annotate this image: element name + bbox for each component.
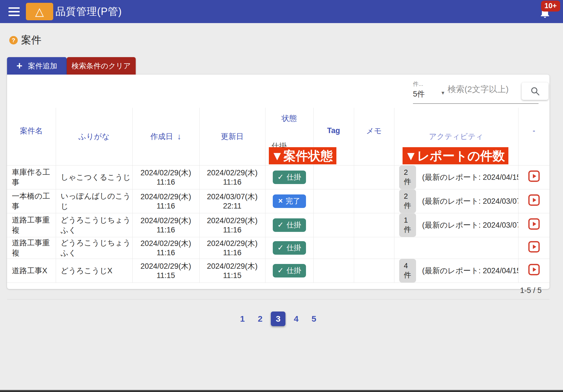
column-header-memo[interactable]: メモ [354, 108, 394, 165]
cell-kana: どうろこうじX [56, 259, 132, 283]
cell-memo [354, 189, 394, 213]
page-button-2[interactable]: 2 [253, 312, 267, 326]
latest-report-note: (最新のレポート: 2024/04/15 ) [422, 266, 519, 276]
activity-content: 2件(最新のレポート: 2024/04/15 ) [394, 165, 518, 189]
per-page-value: 5件 [413, 89, 425, 99]
cell-activity [394, 237, 518, 259]
case-table-card: 件... 5件 ▼ 案件名 ふりがな 作成日 ↓ [7, 75, 549, 289]
add-case-label: 案件追加 [28, 61, 57, 71]
page-button-5[interactable]: 5 [307, 312, 321, 326]
per-page-select[interactable]: 件... 5件 ▼ [413, 80, 425, 99]
clear-search-button[interactable]: 検索条件のクリア [67, 57, 136, 75]
play-icon [528, 194, 540, 206]
table-row: 車庫作る工事しゃこつくるこうじ2024/02/29(木) 11:162024/0… [7, 165, 549, 189]
cell-status: ✓仕掛 [265, 237, 313, 259]
chevron-down-icon: ▼ [441, 90, 445, 96]
check-icon: ✓ [277, 173, 284, 181]
activity-content: 4件(最新のレポート: 2024/04/15 ) [394, 259, 518, 283]
menu-icon[interactable] [0, 0, 18, 23]
latest-report-note: (最新のレポート: 2024/03/07 ) [422, 220, 519, 230]
table-row: 道路工事XどうろこうじX2024/02/29(木) 11:152024/02/2… [7, 259, 549, 283]
column-header-kana[interactable]: ふりがな [56, 108, 132, 165]
search-icon [530, 86, 540, 96]
open-case-button[interactable] [528, 263, 540, 276]
cell-tag [313, 165, 354, 189]
cell-status: ✓仕掛 [265, 259, 313, 283]
cell-actions [518, 189, 549, 213]
play-icon [528, 218, 540, 230]
triangle-icon: △ [35, 6, 44, 17]
column-header-updated[interactable]: 更新日 [199, 108, 265, 165]
notifications-button[interactable]: 10+ [537, 4, 553, 21]
cell-kana: いっぽんばしのこうじ [56, 189, 132, 213]
play-icon [528, 263, 540, 276]
cell-activity: 2件(最新のレポート: 2024/03/07 ) [394, 189, 518, 213]
cell-memo [354, 237, 394, 259]
cell-memo [354, 165, 394, 189]
cell-case-name: 道路工事重複 [7, 237, 56, 259]
pagination: 12345 [0, 312, 556, 326]
cell-status: ✓仕掛 [265, 213, 313, 237]
play-icon [528, 170, 540, 182]
cell-memo [354, 259, 394, 283]
cell-updated: 2024/02/29(木) 11:16 [199, 213, 265, 237]
status-chip: ✓仕掛 [273, 218, 306, 232]
app-header: △ 品質管理(P管) 10+ [0, 0, 563, 23]
search-input[interactable] [448, 81, 521, 97]
annotation-case-status: ▼案件状態 [269, 147, 336, 164]
column-header-name[interactable]: 案件名 [7, 108, 56, 165]
cell-updated: 2024/02/29(木) 11:16 [199, 165, 265, 189]
column-header-created[interactable]: 作成日 ↓ [132, 108, 199, 165]
cell-kana: どうろこうじちょうふく [56, 237, 132, 259]
add-case-button[interactable]: + 案件追加 [7, 57, 67, 75]
annotation-report-count: ▼レポートの件数 [403, 147, 508, 164]
play-icon [528, 241, 540, 253]
cell-actions [518, 165, 549, 189]
status-chip: ✓仕掛 [273, 171, 306, 184]
report-count-chip: 4件 [399, 259, 416, 283]
cell-case-name: 車庫作る工事 [7, 165, 56, 189]
open-case-button[interactable] [528, 218, 540, 230]
column-header-actions: - [518, 108, 549, 165]
toolbar: + 案件追加 検索条件のクリア [7, 57, 136, 75]
plus-icon: + [16, 61, 22, 71]
report-count-chip: 2件 [399, 165, 416, 189]
divider [7, 299, 549, 299]
open-case-button[interactable] [528, 170, 540, 182]
open-case-button[interactable] [528, 241, 540, 253]
column-header-created-label: 作成日 [150, 131, 173, 142]
cell-status: ×完了 [265, 189, 313, 213]
help-icon[interactable]: ? [9, 36, 18, 44]
cell-tag [313, 213, 354, 237]
cell-created: 2024/02/29(木) 11:15 [132, 259, 199, 283]
cell-kana: しゃこつくるこうじ [56, 165, 132, 189]
cell-created: 2024/02/29(木) 11:16 [132, 165, 199, 189]
notification-badge: 10+ [541, 1, 560, 12]
cell-created: 2024/02/29(木) 11:16 [132, 213, 199, 237]
cell-updated: 2024/02/29(木) 11:16 [199, 237, 265, 259]
page-button-4[interactable]: 4 [289, 312, 303, 326]
bottom-bar [0, 390, 563, 392]
cell-updated: 2024/02/29(木) 11:15 [199, 259, 265, 283]
cell-created: 2024/02/29(木) 11:16 [132, 237, 199, 259]
status-chip-label: 仕掛 [287, 220, 301, 230]
search-row: 件... 5件 ▼ [7, 75, 549, 108]
per-page-label: 件... [413, 80, 425, 88]
app-title: 品質管理(P管) [55, 5, 122, 19]
activity-content: 2件(最新のレポート: 2024/03/07 ) [394, 189, 518, 213]
check-icon: ✓ [277, 244, 284, 252]
page-button-3[interactable]: 3 [271, 312, 285, 326]
page-button-1[interactable]: 1 [235, 312, 249, 326]
cell-activity: 1件(最新のレポート: 2024/03/07 ) [394, 213, 518, 237]
search-underline [413, 103, 539, 104]
cell-memo [354, 213, 394, 237]
page-head: ? 案件 [9, 33, 41, 47]
cell-case-name: 道路工事重複 [7, 213, 56, 237]
search-button[interactable] [522, 82, 548, 100]
cell-kana: どうろこうじちょうふく [56, 213, 132, 237]
report-count-chip: 1件 [399, 213, 416, 237]
cell-actions [518, 237, 549, 259]
cell-created: 2024/02/29(木) 11:16 [132, 189, 199, 213]
cell-updated: 2024/03/07(木) 22:11 [199, 189, 265, 213]
open-case-button[interactable] [528, 194, 540, 206]
